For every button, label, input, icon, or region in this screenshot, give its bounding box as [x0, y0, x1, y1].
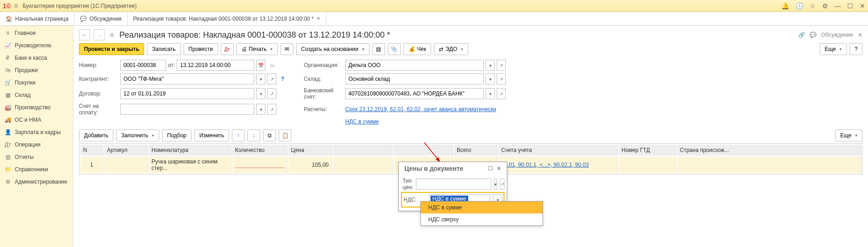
check-button[interactable]: 💰 Чек: [403, 43, 431, 55]
attach-button[interactable]: 📎: [388, 43, 401, 55]
open-icon[interactable]: ↗: [267, 88, 276, 99]
dropdown-icon[interactable]: ▾: [256, 104, 265, 115]
sidebar-item-warehouse[interactable]: ▦Склад: [0, 89, 73, 101]
col-qty[interactable]: Количество: [232, 145, 287, 156]
dropdown-icon[interactable]: ▾: [494, 179, 497, 190]
files-button[interactable]: ▤: [372, 43, 385, 55]
chat-icon[interactable]: 💬: [810, 32, 817, 38]
sidebar-item-bank[interactable]: ₽Банк и касса: [0, 51, 73, 64]
settings-icon[interactable]: ⚙: [822, 2, 828, 10]
pick-button[interactable]: Подбор: [162, 129, 191, 141]
col-n[interactable]: N: [80, 145, 103, 156]
star-icon[interactable]: ☆: [810, 2, 816, 10]
sidebar-item-reports[interactable]: ▥Отчеты: [0, 151, 73, 163]
nav-forward-button[interactable]: →: [94, 29, 105, 40]
dropdown-icon[interactable]: ▾: [256, 73, 265, 84]
sidebar-item-sales[interactable]: 🛍Продажи: [0, 64, 73, 76]
org-input[interactable]: [345, 60, 484, 71]
sidebar-item-production[interactable]: 🏭Производство: [0, 101, 73, 113]
print-button[interactable]: 🖨 Печать: [236, 43, 278, 55]
date-input[interactable]: [177, 60, 254, 71]
table-more-button[interactable]: Еще: [835, 129, 862, 141]
sidebar-item-purchases[interactable]: 🛒Покупки: [0, 76, 73, 89]
post-button[interactable]: Провести: [184, 43, 218, 55]
tab-document[interactable]: Реализация товаров: Накладная 0001-00003…: [128, 12, 326, 25]
price-type-input[interactable]: [416, 179, 491, 190]
col-price[interactable]: Цена: [288, 145, 332, 156]
open-icon[interactable]: ↗: [500, 179, 504, 190]
calc-link[interactable]: Срок 23.12.2019, 62.01, 62.02, зачет ава…: [345, 106, 506, 112]
open-icon[interactable]: ↗: [267, 104, 276, 115]
dropdown-icon[interactable]: ▾: [486, 73, 495, 84]
paste-button[interactable]: 📋: [279, 129, 291, 141]
sidebar-item-manager[interactable]: 📈Руководителю: [0, 39, 73, 51]
tab-home[interactable]: 🏠 Начальная страница: [0, 12, 74, 25]
post-and-close-button[interactable]: Провести и закрыть: [79, 43, 144, 55]
tab-close-icon[interactable]: ✕: [316, 16, 320, 22]
open-icon[interactable]: ↗: [497, 88, 506, 99]
col-blank1[interactable]: [333, 145, 392, 156]
col-gtd[interactable]: Номер ГТД: [619, 145, 676, 156]
tab-label: Реализация товаров: Накладная 0001-00003…: [133, 16, 314, 22]
minimize-icon[interactable]: —: [834, 2, 841, 10]
vat-link[interactable]: НДС в сумме: [345, 118, 506, 125]
edo-button[interactable]: ⇄ ЭДО: [434, 43, 468, 55]
dropdown-icon[interactable]: ▾: [486, 88, 495, 99]
move-up-button[interactable]: ↑: [232, 129, 245, 141]
col-accounts[interactable]: Счета учета: [498, 145, 618, 156]
contract-input[interactable]: [120, 88, 254, 99]
sidebar-item-refs[interactable]: 📁Справочники: [0, 163, 73, 175]
history-icon[interactable]: 🕓: [795, 2, 803, 10]
help-icon[interactable]: ?: [281, 76, 299, 82]
tab-discussions[interactable]: 💬 Обсуждения: [74, 12, 128, 25]
col-country[interactable]: Страна происхож...: [677, 145, 861, 156]
sidebar-item-payroll[interactable]: 👤Зарплата и кадры: [0, 126, 73, 138]
save-button[interactable]: Записать: [147, 43, 180, 55]
link-icon[interactable]: 🔗: [798, 32, 805, 38]
sidebar-item-assets[interactable]: 🚚ОС и НМА: [0, 113, 73, 126]
col-nomenclature[interactable]: Номенклатура: [149, 145, 231, 156]
sidebar-item-main[interactable]: ≡Главное: [0, 27, 73, 39]
sidebar-item-operations[interactable]: ДтОперации: [0, 138, 73, 151]
favorite-icon[interactable]: ★: [108, 30, 116, 40]
open-icon[interactable]: ↗: [267, 73, 276, 84]
dropdown-icon[interactable]: ▾: [256, 88, 265, 99]
bell-icon[interactable]: 🔔: [781, 2, 789, 10]
vat-option-on-top[interactable]: НДС сверху: [421, 213, 543, 225]
more-button[interactable]: Еще: [820, 43, 847, 55]
col-total[interactable]: Всего: [454, 145, 498, 156]
close-doc-icon[interactable]: ✕: [858, 32, 862, 38]
move-down-button[interactable]: ↓: [247, 129, 260, 141]
col-blank2[interactable]: [393, 145, 453, 156]
dtkt-button[interactable]: Дт: [221, 43, 234, 55]
warehouse-input[interactable]: [345, 73, 484, 84]
dropdown-icon[interactable]: ▾: [486, 60, 495, 71]
email-button[interactable]: ✉: [280, 43, 293, 55]
open-icon[interactable]: ↗: [497, 60, 506, 71]
change-button[interactable]: Изменить: [194, 129, 229, 141]
help-button[interactable]: ?: [850, 43, 862, 55]
number-input[interactable]: [120, 60, 166, 71]
maximize-icon[interactable]: ☐: [847, 2, 853, 10]
col-article[interactable]: Артикул: [104, 145, 148, 156]
add-row-button[interactable]: Добавить: [79, 129, 113, 141]
counterparty-input[interactable]: [120, 73, 254, 84]
popup-close-icon[interactable]: ✕: [495, 165, 503, 172]
accounts-link[interactable]: 41.01, 90.01.1, <...>, 90.02.1, 90.03: [501, 162, 589, 168]
fill-button[interactable]: Заполнить: [116, 129, 159, 141]
sidebar-label: Покупки: [15, 79, 35, 86]
sidebar-item-admin[interactable]: ⚙Администрирование: [0, 175, 73, 188]
create-based-button[interactable]: Создать на основании: [296, 43, 370, 55]
calendar-icon[interactable]: 📅: [256, 60, 265, 71]
discussion-link[interactable]: Обсуждение: [821, 32, 853, 38]
vat-option-in-sum[interactable]: НДС в сумме: [421, 202, 543, 213]
main-menu-icon[interactable]: ≡: [14, 2, 18, 10]
bank-input[interactable]: [345, 88, 484, 99]
popup-detach-icon[interactable]: ☐: [486, 165, 495, 172]
copy-button[interactable]: ⧉: [263, 129, 276, 141]
doc-status-icon[interactable]: ▭: [267, 60, 276, 71]
nav-back-button[interactable]: ←: [79, 29, 90, 40]
close-icon[interactable]: ✕: [860, 2, 865, 10]
open-icon[interactable]: ↗: [497, 73, 506, 84]
invoice-input[interactable]: [120, 104, 254, 115]
